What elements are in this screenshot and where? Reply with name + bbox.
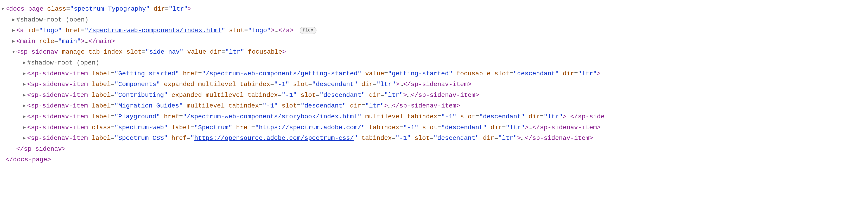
disclosure-down-icon[interactable]: ▼ [0,5,5,13]
tree-row-sidenav-item-playground[interactable]: ▶<sp-sidenav-item label="Playground" hre… [5,111,863,122]
disclosure-right-icon[interactable]: ▶ [11,27,16,34]
tree-row-sidenav-item-spectrum[interactable]: ▶<sp-sidenav-item class="spectrum-web" l… [5,122,863,133]
tree-row-sidenav-item-getting-started[interactable]: ▶<sp-sidenav-item label="Getting started… [5,68,863,79]
tree-row-sidenav-item-components[interactable]: ▶<sp-sidenav-item label="Components" exp… [5,79,863,90]
disclosure-down-icon[interactable]: ▼ [11,48,16,56]
tree-row-sp-sidenav[interactable]: ▼<sp-sidenav manage-tab-index slot="side… [5,47,863,57]
tree-row-sidenav-item-contributing[interactable]: ▶<sp-sidenav-item label="Contributing" e… [5,90,863,101]
disclosure-right-icon[interactable]: ▶ [22,81,27,88]
href-link[interactable]: /spectrum-web-components/storybook/index… [187,113,358,120]
tree-row-sidenav-item-spectrum-css[interactable]: ▶<sp-sidenav-item label="Spectrum CSS" h… [5,133,863,144]
disclosure-right-icon[interactable]: ▶ [22,59,27,67]
dom-tree-root: ▼<docs-page class="spectrum-Typography" … [5,4,863,165]
tree-row-main[interactable]: ▶<main role="main">…</main> [5,36,863,47]
tree-row-docs-page-close[interactable]: </docs-page> [5,154,863,165]
disclosure-right-icon[interactable]: ▶ [22,91,27,99]
disclosure-right-icon[interactable]: ▶ [11,37,16,45]
tree-row-shadow-root[interactable]: ▶#shadow-root (open) [5,57,863,68]
tree-row-shadow-root[interactable]: ▶#shadow-root (open) [5,15,863,25]
href-link[interactable]: https://opensource.adobe.com/spectrum-cs… [194,135,354,142]
disclosure-right-icon[interactable]: ▶ [22,70,27,78]
tree-row-sp-sidenav-close[interactable]: </sp-sidenav> [5,144,863,155]
disclosure-right-icon[interactable]: ▶ [22,124,27,132]
href-link[interactable]: https://spectrum.adobe.com/ [259,124,362,131]
flex-badge: flex [300,27,316,34]
disclosure-right-icon[interactable]: ▶ [22,102,27,110]
href-link[interactable]: /spectrum-web-components/index.html [88,27,221,34]
href-link[interactable]: /spectrum-web-components/getting-started [206,70,358,77]
disclosure-right-icon[interactable]: ▶ [11,16,16,24]
tree-row-docs-page[interactable]: ▼<docs-page class="spectrum-Typography" … [5,4,863,15]
disclosure-right-icon[interactable]: ▶ [22,134,27,142]
disclosure-right-icon[interactable]: ▶ [22,113,27,120]
tree-row-sidenav-item-migration[interactable]: ▶<sp-sidenav-item label="Migration Guide… [5,101,863,111]
tree-row-anchor-logo[interactable]: ▶<a id="logo" href="/spectrum-web-compon… [5,25,863,36]
